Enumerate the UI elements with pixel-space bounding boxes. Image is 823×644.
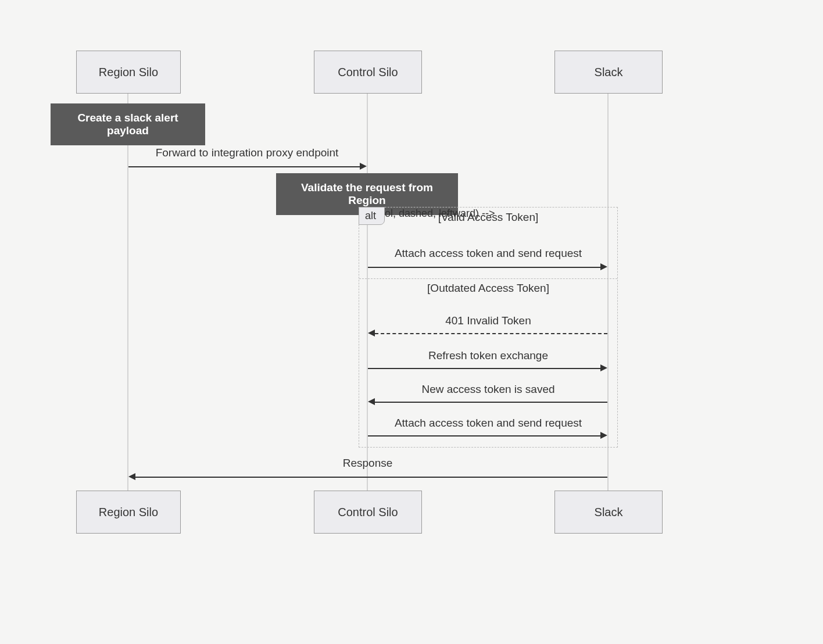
label-text: New access token is saved: [421, 383, 554, 395]
msg-forward-arrow: [128, 166, 360, 167]
msg-invalid-label: 401 Invalid Token: [359, 314, 617, 327]
label-text: Attach access token and send request: [395, 417, 582, 429]
label-text: 401 Invalid Token: [445, 314, 531, 327]
alt-fragment: alt [Valid Access Token] Attach access t…: [359, 207, 618, 448]
msg-attach2-label: Attach access token and send request: [359, 417, 617, 430]
participant-label: Region Silo: [99, 505, 158, 519]
participant-control-top: Control Silo: [314, 51, 422, 94]
msg-attach2-arrow: [368, 435, 600, 437]
participant-label: Slack: [595, 505, 623, 519]
label-text: Forward to integration proxy endpoint: [156, 146, 339, 159]
msg-attach1-label: Attach access token and send request: [359, 247, 617, 260]
participant-slack-bottom: Slack: [554, 491, 663, 534]
msg-newtoken-label: New access token is saved: [359, 383, 617, 396]
msg-refresh-label: Refresh token exchange: [359, 349, 617, 362]
label-text: Response: [343, 457, 393, 469]
guard-text: [Outdated Access Token]: [427, 282, 549, 294]
msg-response-arrowhead: [128, 473, 135, 480]
participant-label: Slack: [595, 65, 623, 79]
msg-attach1-arrow: [368, 267, 600, 268]
alt-guard-outdated: [Outdated Access Token]: [359, 282, 617, 295]
note-text: Create a slack alert payload: [77, 112, 178, 137]
participant-label: Control Silo: [338, 505, 398, 519]
alt-guard-valid: [Valid Access Token]: [359, 211, 617, 224]
participant-label: Region Silo: [99, 65, 158, 79]
note-text: Validate the request from Region: [301, 181, 433, 206]
msg-refresh-arrowhead: [600, 364, 607, 371]
msg-invalid-arrow: [375, 333, 607, 334]
msg-newtoken-arrow: [375, 402, 607, 403]
participant-control-bottom: Control Silo: [314, 491, 422, 534]
msg-newtoken-arrowhead: [368, 398, 375, 405]
participant-label: Control Silo: [338, 65, 398, 79]
guard-text: [Valid Access Token]: [438, 211, 539, 223]
msg-invalid-arrowhead: [368, 330, 375, 337]
msg-attach1-arrowhead: [600, 263, 607, 270]
msg-response-label: Response: [128, 457, 607, 470]
participant-region-top: Region Silo: [76, 51, 181, 94]
alt-divider: [359, 278, 617, 279]
note-create-payload: Create a slack alert payload: [51, 103, 205, 145]
msg-forward-label: Forward to integration proxy endpoint: [128, 146, 366, 159]
participant-slack-top: Slack: [554, 51, 663, 94]
label-text: Refresh token exchange: [428, 349, 548, 362]
msg-response-arrow: [135, 477, 607, 478]
msg-forward-arrowhead: [360, 163, 367, 170]
sequence-diagram: Region Silo Control Silo Slack Create a …: [0, 0, 823, 644]
msg-refresh-arrow: [368, 368, 600, 369]
label-text: Attach access token and send request: [395, 247, 582, 259]
msg-attach2-arrowhead: [600, 432, 607, 439]
participant-region-bottom: Region Silo: [76, 491, 181, 534]
